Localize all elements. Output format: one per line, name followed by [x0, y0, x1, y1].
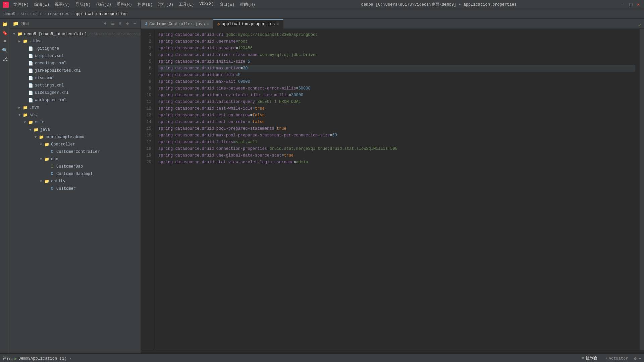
- sidebar-icon-bookmarks[interactable]: 🔖: [1, 29, 9, 37]
- project-panel-title: 项目: [21, 21, 100, 26]
- sidebar-icon-structure[interactable]: ≡: [1, 38, 9, 46]
- menu-item[interactable]: 帮助(H): [238, 1, 257, 8]
- tab-customer-controller[interactable]: J CustomerController.java ✕: [141, 19, 213, 28]
- tree-item-entity-folder[interactable]: ▼📁entity: [10, 178, 141, 185]
- menu-item[interactable]: 导航(N): [73, 1, 93, 8]
- tree-item-mvn-folder[interactable]: ▶📁.mvn: [10, 104, 141, 111]
- tree-item-src-folder[interactable]: ▼📁src: [10, 111, 141, 119]
- tree-item-controller-folder[interactable]: ▼📁Controller: [10, 141, 141, 148]
- tree-node-label: encodings.xml: [35, 61, 66, 66]
- run-app-name: Demo9Application (1): [18, 356, 67, 361]
- check-icon: ✓: [638, 22, 641, 28]
- property-value: com.mysql.cj.jdbc.Driver: [260, 52, 318, 58]
- minimize-button[interactable]: —: [621, 2, 627, 8]
- settings-icon[interactable]: ⚙: [634, 356, 637, 361]
- code-content[interactable]: spring.datasource.druid.url=jdbc:mysql:/…: [154, 29, 639, 350]
- property-value: true: [284, 152, 293, 159]
- tree-node-icon: 📁: [17, 31, 23, 37]
- tree-item-uidesigner-xml[interactable]: 📄uiDesigner.xml: [10, 89, 141, 97]
- tab-application-properties[interactable]: ⚙ application.properties ✕: [213, 19, 283, 28]
- tree-item-customer-entity[interactable]: CCustomer: [10, 185, 141, 192]
- tree-item-workspace-xml[interactable]: 📄workspace.xml: [10, 97, 141, 104]
- line-number: 4: [141, 52, 151, 58]
- tree-arrow-icon: [22, 61, 28, 66]
- tree-node-label: .idea: [30, 39, 42, 44]
- tree-node-icon: 📁: [44, 141, 50, 147]
- property-key: spring.datasource.druid.test-while-idle: [158, 105, 253, 112]
- tabs-bar: J CustomerController.java ✕ ⚙ applicatio…: [141, 19, 644, 29]
- menu-item[interactable]: 运行(U): [156, 1, 175, 8]
- tab-actuator[interactable]: ⚡ Actuator: [602, 355, 632, 362]
- menu-item[interactable]: 工具(L): [177, 1, 196, 8]
- tree-item-encodings-xml[interactable]: 📄encodings.xml: [10, 60, 141, 67]
- tree-node-icon: 📁: [38, 134, 44, 140]
- tree-node-label: CustomerController: [56, 149, 100, 154]
- sidebar-icon-search[interactable]: 🔍: [1, 46, 9, 54]
- tree-item-customer-dao-impl[interactable]: CCustomerDaoImpl: [10, 170, 141, 178]
- breadcrumb-item[interactable]: src: [20, 12, 28, 16]
- tree-item-main-folder[interactable]: ▼📁main: [10, 119, 141, 126]
- menu-item[interactable]: 视图(V): [53, 1, 72, 8]
- tree-item-idea-folder[interactable]: ▶📁.idea: [10, 38, 141, 45]
- property-value: jdbc:mysql://localhost:3306/springboot: [226, 32, 318, 38]
- menu-item[interactable]: 编辑(E): [32, 1, 52, 8]
- panel-icon-settings[interactable]: ⚙: [124, 21, 130, 27]
- tree-node-icon: 📁: [44, 178, 50, 184]
- tree-arrow-icon: [44, 164, 49, 169]
- code-line: spring.datasource.druid.password=123456: [158, 45, 635, 52]
- tab-close-application-properties[interactable]: ✕: [277, 22, 279, 26]
- breadcrumb-item[interactable]: application.properties: [74, 12, 127, 16]
- sidebar-icon-git[interactable]: ⎇: [1, 55, 9, 63]
- tree-item-settings-xml[interactable]: 📄settings.xml: [10, 82, 141, 89]
- tab-close-customer-controller[interactable]: ✕: [207, 22, 209, 26]
- tree-item-jarrepo-xml[interactable]: 📄jarRepositories.xml: [10, 67, 141, 74]
- code-line: spring.datasource.druid.max-active=30: [158, 65, 635, 72]
- tree-item-compiler-xml[interactable]: 📄compiler.xml: [10, 52, 141, 60]
- maximize-button[interactable]: □: [628, 2, 634, 8]
- code-line: spring.datasource.druid.max-pool-prepare…: [158, 132, 635, 139]
- menu-item[interactable]: 文件(F): [11, 1, 31, 8]
- panel-icon-collapse[interactable]: ☰: [110, 21, 116, 27]
- tree-item-com-example[interactable]: ▼📁com.example.demo: [10, 133, 141, 141]
- horizontal-scrollbar[interactable]: [141, 350, 644, 353]
- console-icon: ⌨: [582, 356, 584, 361]
- tree-node-label: Controller: [51, 142, 75, 147]
- property-key: spring.datasource.druid.min-evictable-id…: [158, 92, 289, 99]
- line-number: 1: [141, 32, 151, 38]
- code-line: spring.datasource.druid.filters=stat,wal…: [158, 139, 635, 145]
- panel-icon-minimize[interactable]: —: [132, 21, 138, 27]
- minimize-panel-icon[interactable]: —: [639, 356, 641, 361]
- menu-item[interactable]: 构建(B): [136, 1, 155, 8]
- breadcrumb-item[interactable]: main: [33, 12, 43, 16]
- breadcrumb-item[interactable]: demo9: [3, 12, 15, 16]
- tree-arrow-icon: ▼: [17, 112, 22, 118]
- panel-icon-new[interactable]: ⊕: [102, 21, 108, 27]
- close-button[interactable]: ✕: [635, 2, 641, 8]
- run-close-btn[interactable]: ✕: [69, 357, 71, 361]
- editor-area: J CustomerController.java ✕ ⚙ applicatio…: [141, 19, 644, 353]
- tree-item-gitignore[interactable]: 📄.gitignore: [10, 45, 141, 52]
- code-line: spring.datasource.druid.min-evictable-id…: [158, 92, 635, 99]
- tree-arrow-icon: ▼: [11, 31, 17, 37]
- property-equals: =: [235, 72, 238, 78]
- tree-item-customer-dao[interactable]: ICustomerDao: [10, 163, 141, 170]
- breadcrumb-item[interactable]: resources: [48, 12, 69, 16]
- tab-console[interactable]: ⌨ 控制台: [578, 354, 601, 362]
- code-line: spring.datasource.druid.initial-size=5: [158, 58, 635, 65]
- line-number: 12: [141, 105, 151, 112]
- tree-item-java-folder[interactable]: ▼📁java: [10, 126, 141, 133]
- tree-item-dao-folder[interactable]: ▼📁dao: [10, 156, 141, 163]
- menu-item[interactable]: 重构(R): [115, 1, 134, 8]
- tree-item-demo9-root[interactable]: ▼📁demo9 [chap5_jdbctemplate] C:\Users\86…: [10, 30, 141, 38]
- menu-item[interactable]: 窗口(W): [217, 1, 237, 8]
- menu-item[interactable]: 代码(C): [94, 1, 113, 8]
- property-value: 60000: [238, 78, 250, 85]
- panel-icon-filter[interactable]: ≡: [117, 21, 123, 27]
- bottom-tabs: ⌨ 控制台 ⚡ Actuator: [578, 354, 631, 362]
- menu-item[interactable]: VCS(S): [197, 1, 216, 8]
- tree-node-label: demo9 [chap5_jdbctemplate] C:\Users\8617…: [24, 32, 141, 37]
- tree-item-misc-xml[interactable]: 📄misc.xml: [10, 74, 141, 82]
- property-value: false: [253, 112, 265, 119]
- sidebar-icon-project[interactable]: 📁: [1, 20, 9, 28]
- tree-item-customer-controller[interactable]: CCustomerController: [10, 148, 141, 156]
